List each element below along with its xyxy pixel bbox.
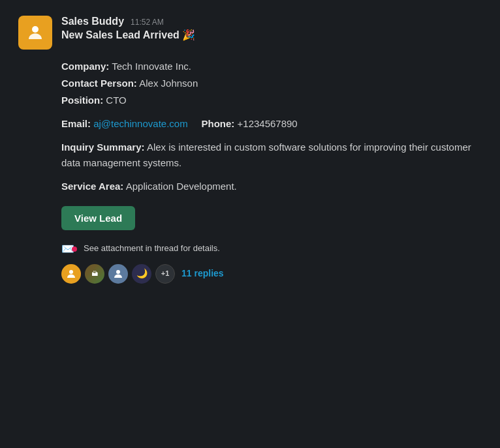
reply-count-badge: +1	[155, 264, 175, 284]
avatar	[18, 16, 52, 50]
inquiry-label: Inquiry Summary:	[61, 142, 145, 153]
timestamp: 11:52 AM	[131, 18, 164, 27]
message-title: New Sales Lead Arrived 🎉	[61, 29, 195, 41]
position-value: CTO	[106, 95, 126, 106]
company-value: Tech Innovate Inc.	[112, 61, 191, 72]
email-row: Email: aj@techinnovate.com Phone: +12345…	[61, 116, 482, 132]
message-body: Company: Tech Innovate Inc. Contact Pers…	[61, 59, 482, 284]
inquiry-row: Inquiry Summary: Alex is interested in c…	[61, 140, 482, 171]
reply-avatar-4: 🌙	[132, 264, 151, 284]
company-row: Company: Tech Innovate Inc.	[61, 59, 482, 74]
company-label: Company:	[61, 61, 109, 72]
phone-value: +1234567890	[238, 118, 298, 129]
header-meta: Sales Buddy 11:52 AM New Sales Lead Arri…	[61, 16, 195, 41]
email-label: Email:	[61, 118, 91, 129]
service-row: Service Area: Application Development.	[61, 179, 482, 194]
reply-avatar-3	[108, 264, 128, 284]
contact-value: Alex Johnson	[139, 78, 198, 89]
replies-link[interactable]: 11 replies	[181, 266, 224, 280]
contact-label: Contact Person:	[61, 78, 137, 89]
replies-row: 🏔 🌙 +1 11 replies	[61, 264, 482, 284]
contact-row: Contact Person: Alex Johnson	[61, 76, 482, 91]
notification-dot	[72, 246, 77, 252]
reply-avatar-2: 🏔	[85, 264, 104, 284]
reply-avatar-1	[61, 264, 81, 284]
svg-point-2	[116, 270, 120, 274]
user-icon	[25, 23, 45, 42]
message-container: Sales Buddy 11:52 AM New Sales Lead Arri…	[0, 0, 500, 448]
envelope-icon: ✉️	[61, 241, 78, 258]
message-header: Sales Buddy 11:52 AM New Sales Lead Arri…	[18, 16, 482, 50]
sender-row: Sales Buddy 11:52 AM	[61, 16, 195, 27]
position-row: Position: CTO	[61, 93, 482, 108]
attachment-text: See attachment in thread for details.	[84, 242, 220, 256]
svg-point-0	[32, 26, 39, 33]
phone-label: Phone:	[202, 118, 235, 129]
email-link[interactable]: aj@techinnovate.com	[93, 118, 187, 129]
position-label: Position:	[61, 95, 103, 106]
view-lead-button[interactable]: View Lead	[61, 206, 135, 230]
service-label: Service Area:	[61, 181, 123, 192]
attachment-row: ✉️ See attachment in thread for details.	[61, 241, 482, 258]
svg-point-1	[69, 270, 73, 274]
sender-name: Sales Buddy	[61, 16, 124, 27]
service-value: Application Development.	[126, 181, 237, 192]
